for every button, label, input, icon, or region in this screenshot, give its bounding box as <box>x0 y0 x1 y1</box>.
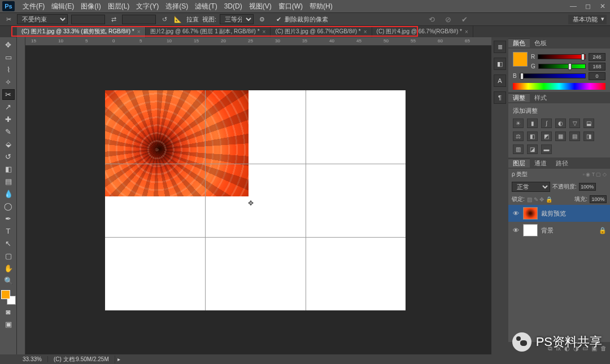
hand-tool[interactable]: ✋ <box>2 263 15 274</box>
blend-mode-select[interactable]: 正常 <box>512 182 550 192</box>
document-tab-1[interactable]: (C) 图片1.jpg @ 33.3% (裁剪预览, RGB/8#) *× <box>17 26 146 37</box>
canvas[interactable] <box>105 90 406 310</box>
slider-r[interactable] <box>538 54 586 59</box>
close-icon[interactable]: × <box>263 29 266 35</box>
adj-bw-icon[interactable]: ◧ <box>527 131 538 141</box>
adj-hue-icon[interactable]: ⬓ <box>583 119 594 128</box>
adj-map-icon[interactable]: ▬ <box>541 144 552 154</box>
cancel-crop-button[interactable]: ⟲ <box>429 15 435 24</box>
menu-filter[interactable]: 滤镜(T) <box>191 2 220 11</box>
zoom-level[interactable]: 33.33% <box>17 356 48 362</box>
path-tool[interactable]: ↖ <box>2 238 15 249</box>
adj-exposure-icon[interactable]: ◐ <box>555 119 566 128</box>
opacity-value[interactable]: 100% <box>579 183 596 191</box>
menu-select[interactable]: 选择(S) <box>162 2 191 11</box>
tab-channels[interactable]: 通道 <box>530 159 551 168</box>
layer-name[interactable]: 裁剪预览 <box>541 209 566 218</box>
adj-balance-icon[interactable]: ⚖ <box>513 131 524 141</box>
menu-image[interactable]: 图像(I) <box>77 2 104 11</box>
value-r[interactable]: 246 <box>589 53 605 61</box>
close-icon[interactable]: × <box>364 29 367 35</box>
adj-poster-icon[interactable]: ▥ <box>513 144 524 154</box>
healing-tool[interactable]: ✚ <box>2 114 15 125</box>
cancel-icon[interactable]: ⊘ <box>445 15 451 24</box>
straighten-icon[interactable]: 📐 <box>173 14 183 24</box>
brush-tool[interactable]: ✎ <box>2 126 15 137</box>
close-icon[interactable]: × <box>137 29 141 35</box>
menu-window[interactable]: 窗口(W) <box>275 2 306 11</box>
visibility-icon[interactable]: 👁 <box>512 210 520 217</box>
screenmode-tool[interactable]: ▣ <box>2 319 15 330</box>
maximize-button[interactable]: ◻ <box>581 1 595 12</box>
adj-levels-icon[interactable]: ▮ <box>527 119 538 128</box>
history-brush-tool[interactable]: ↺ <box>2 151 15 162</box>
crop-preset-select[interactable]: 不受约束 <box>17 14 68 24</box>
close-icon[interactable]: × <box>465 29 468 35</box>
slider-g[interactable] <box>538 64 586 69</box>
layer-thumbnail[interactable] <box>523 224 538 236</box>
visibility-icon[interactable]: 👁 <box>512 227 520 234</box>
adj-photo-icon[interactable]: ◩ <box>541 131 552 141</box>
adj-mixer-icon[interactable]: ▦ <box>555 131 566 141</box>
quickmask-tool[interactable]: ◙ <box>2 306 15 317</box>
menu-type[interactable]: 文字(Y) <box>133 2 162 11</box>
adj-vibrance-icon[interactable]: ▽ <box>569 119 580 128</box>
blur-tool[interactable]: 💧 <box>2 188 15 199</box>
layer-name[interactable]: 背景 <box>541 226 554 235</box>
overlay-view-select[interactable]: 三等分 <box>220 14 254 24</box>
paragraph-panel-icon[interactable]: ¶ <box>494 91 506 104</box>
color-panel-swatch[interactable] <box>513 52 528 67</box>
adj-invert-icon[interactable]: ◨ <box>583 131 594 141</box>
pen-tool[interactable]: ✒ <box>2 213 15 224</box>
clear-icon[interactable]: ↺ <box>159 14 169 24</box>
shape-tool[interactable]: ▢ <box>2 251 15 261</box>
layer-kind-filter[interactable]: ρ 类型 <box>512 170 528 178</box>
menu-view[interactable]: 视图(V) <box>246 2 275 11</box>
menu-3d[interactable]: 3D(D) <box>221 2 246 10</box>
wand-tool[interactable]: ✧ <box>2 77 15 87</box>
lasso-tool[interactable]: ⌇ <box>2 64 15 75</box>
tab-paths[interactable]: 路径 <box>551 159 573 168</box>
tab-swatches[interactable]: 色板 <box>530 39 551 47</box>
document-tab-3[interactable]: (C) 图片3.jpg @ 66.7%(RGB/8#) *× <box>271 26 372 37</box>
menu-file[interactable]: 文件(F) <box>19 2 48 11</box>
close-button[interactable]: ✕ <box>595 1 610 12</box>
tab-adjustments[interactable]: 调整 <box>508 93 530 102</box>
eyedropper-tool[interactable]: ↗ <box>2 102 15 112</box>
marquee-tool[interactable]: ▭ <box>2 52 15 63</box>
value-b[interactable]: 0 <box>589 72 605 80</box>
doc-info[interactable]: (C) 文档:9.50M/2.25M <box>48 356 115 363</box>
dodge-tool[interactable]: ◯ <box>2 201 15 212</box>
crop-tool[interactable]: ✂ <box>2 89 15 100</box>
adj-thresh-icon[interactable]: ◪ <box>527 144 538 154</box>
stamp-tool[interactable]: ⬙ <box>2 139 15 150</box>
tab-color[interactable]: 颜色 <box>508 38 530 47</box>
layer-row-crop-preview[interactable]: 👁 裁剪预览 <box>508 205 610 222</box>
crop-height-input[interactable] <box>122 15 156 24</box>
color-swatches[interactable] <box>1 290 16 305</box>
tab-layers[interactable]: 图层 <box>508 159 530 168</box>
workspace-select[interactable]: 基本功能 <box>568 15 607 24</box>
adj-curves-icon[interactable]: ∫ <box>541 119 552 128</box>
slider-b[interactable] <box>520 73 586 78</box>
character-panel-icon[interactable]: A <box>494 74 506 87</box>
eraser-tool[interactable]: ◧ <box>2 164 15 174</box>
minimize-button[interactable]: — <box>566 1 581 12</box>
menu-layer[interactable]: 图层(L) <box>104 2 133 11</box>
fill-value[interactable]: 100% <box>590 195 607 203</box>
crop-width-input[interactable] <box>71 15 105 24</box>
menu-edit[interactable]: 编辑(E) <box>48 2 77 11</box>
hue-strip[interactable] <box>513 83 605 90</box>
document-tab-4[interactable]: (C) 图片4.jpg @ 66.7%(RGB/8#) *× <box>372 26 473 37</box>
delete-pixels-checkbox[interactable]: ✔ <box>276 16 281 23</box>
commit-crop-button[interactable]: ✔ <box>461 15 468 24</box>
tab-styles[interactable]: 样式 <box>530 94 551 102</box>
move-tool[interactable]: ✥ <box>2 40 15 50</box>
type-tool[interactable]: T <box>2 226 15 236</box>
gradient-tool[interactable]: ▤ <box>2 176 15 187</box>
layer-row-background[interactable]: 👁 背景 🔒 <box>508 222 610 239</box>
settings-icon[interactable]: ⚙ <box>257 14 267 24</box>
document-tab-2[interactable]: 图片2.jpg @ 66.7% (图层 1 副本, RGB/8#) *× <box>146 26 271 37</box>
adj-brightness-icon[interactable]: ☀ <box>513 119 524 128</box>
canvas-area[interactable]: 1510505101520253035404550556065 ✥ <box>17 37 491 354</box>
